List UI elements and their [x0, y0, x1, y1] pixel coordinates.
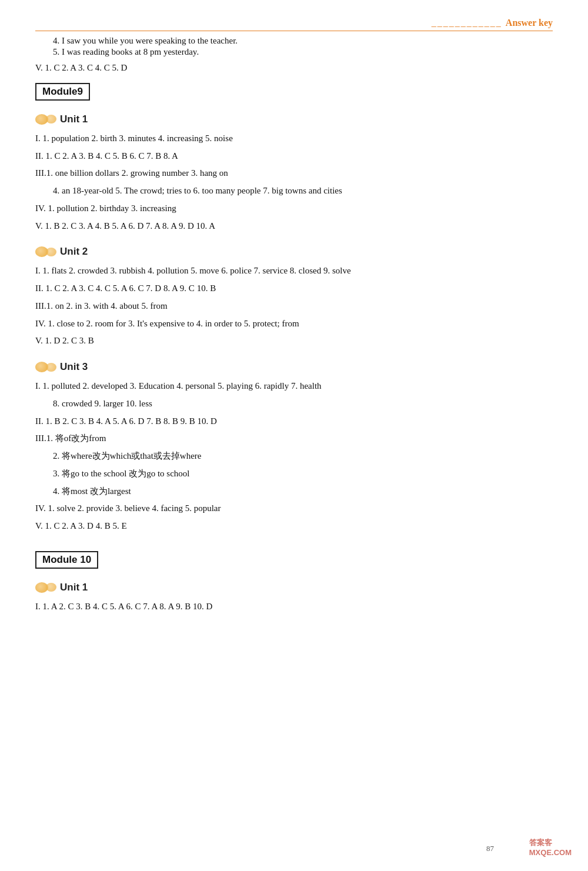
- unit1-I-text: I. 1. population 2. birth 3. minutes 4. …: [35, 134, 233, 143]
- unit2-I-text: I. 1. flats 2. crowded 3. rubbish 4. pol…: [35, 266, 351, 275]
- unit3-section-III-line4: 4. 将most 改为largest: [53, 484, 553, 499]
- unit2-icon: [35, 246, 56, 257]
- module9-unit1-block: Unit 1 I. 1. population 2. birth 3. minu…: [35, 114, 553, 233]
- module9-box: Module9: [35, 83, 90, 101]
- unit2-section-V: V. 1. D 2. C 3. B: [35, 333, 553, 348]
- module9-unit3-header: Unit 3: [35, 361, 553, 373]
- module9-unit1-title: Unit 1: [60, 114, 88, 125]
- unit1-III-line1-text: III.1. one billion dollars 2. growing nu…: [35, 168, 228, 178]
- unit1-section-IV: IV. 1. pollution 2. birthday 3. increasi…: [35, 201, 553, 216]
- unit2-III-text: III.1. on 2. in 3. with 4. about 5. from: [35, 301, 168, 311]
- unit3-section-V: V. 1. C 2. A 3. D 4. B 5. E: [35, 519, 553, 533]
- watermark-line2: MXQE.COM: [529, 848, 572, 857]
- watermark: 答案客 MXQE.COM: [524, 835, 576, 859]
- unit3-II-text: II. 1. B 2. C 3. B 4. A 5. A 6. D 7. B 8…: [35, 416, 217, 426]
- unit2-II-text: II. 1. C 2. A 3. C 4. C 5. A 6. C 7. D 8…: [35, 283, 216, 293]
- intro-line4: 4. I saw you while you were speaking to …: [53, 36, 553, 46]
- section-v-intro-text: V. 1. C 2. A 3. C 4. C 5. D: [35, 63, 127, 72]
- unit2-V-text: V. 1. D 2. C 3. B: [35, 336, 94, 345]
- module9-section: Module9 Unit 1 I. 1. population 2. birth…: [35, 78, 553, 533]
- unit3-section-I-line2: 8. crowded 9. larger 10. less: [53, 396, 553, 411]
- module9-unit1-header: Unit 1: [35, 114, 553, 125]
- unit2-section-III: III.1. on 2. in 3. with 4. about 5. from: [35, 299, 553, 313]
- module10-unit1-title: Unit 1: [60, 582, 88, 593]
- module10-unit1-section-I: I. 1. A 2. C 3. B 4. C 5. A 6. C 7. A 8.…: [35, 599, 553, 614]
- unit3-V-text: V. 1. C 2. A 3. D 4. B 5. E: [35, 521, 127, 530]
- module9-unit3-block: Unit 3 I. 1. polluted 2. developed 3. Ed…: [35, 361, 553, 533]
- module10-unit1-header: Unit 1: [35, 582, 553, 593]
- unit1-icon: [35, 114, 56, 125]
- unit2-section-IV: IV. 1. close to 2. room for 3. It's expe…: [35, 316, 553, 331]
- unit3-III-line3-text: 3. 将go to the school 改为go to school: [53, 469, 190, 478]
- unit1d-icon: [35, 582, 56, 593]
- unit3-I-line1-text: I. 1. polluted 2. developed 3. Education…: [35, 381, 322, 391]
- watermark-line1: 答案客: [529, 837, 572, 848]
- module9-unit2-title: Unit 2: [60, 246, 88, 258]
- unit1-section-II: II. 1. C 2. A 3. B 4. C 5. B 6. C 7. B 8…: [35, 149, 553, 163]
- unit3-IV-text: IV. 1. solve 2. provide 3. believe 4. fa…: [35, 503, 220, 513]
- unit2-section-I: I. 1. flats 2. crowded 3. rubbish 4. pol…: [35, 263, 553, 278]
- module9-unit2-header: Unit 2: [35, 246, 553, 258]
- unit1-IV-text: IV. 1. pollution 2. birthday 3. increasi…: [35, 203, 176, 213]
- module10-box: Module 10: [35, 551, 98, 569]
- unit1-II-text: II. 1. C 2. A 3. B 4. C 5. B 6. C 7. B 8…: [35, 151, 178, 161]
- intro-line5: 5. I was reading books at 8 pm yesterday…: [53, 47, 553, 57]
- unit3-III-line4-text: 4. 将most 改为largest: [53, 486, 131, 496]
- unit3-section-III-line1: III.1. 将of改为from: [35, 431, 553, 446]
- bubble2d: [46, 583, 56, 592]
- section-v-intro: V. 1. C 2. A 3. C 4. C 5. D: [35, 61, 553, 75]
- answer-key-header: Answer key: [35, 18, 553, 31]
- unit1-III-line2-text: 4. an 18-year-old 5. The crowd; tries to…: [53, 186, 342, 195]
- bubble2b: [46, 248, 56, 256]
- unit1-section-III-line2: 4. an 18-year-old 5. The crowd; tries to…: [53, 183, 553, 198]
- unit3-section-IV: IV. 1. solve 2. provide 3. believe 4. fa…: [35, 501, 553, 516]
- unit3-section-III-line2: 2. 将where改为which或that或去掉where: [53, 449, 553, 463]
- module10-unit1-I-text: I. 1. A 2. C 3. B 4. C 5. A 6. C 7. A 8.…: [35, 602, 212, 611]
- unit3-III-line2-text: 2. 将where改为which或that或去掉where: [53, 451, 201, 460]
- bubble2c: [46, 363, 56, 372]
- module10-section: Module 10 Unit 1 I. 1. A 2. C 3. B 4. C …: [35, 546, 553, 614]
- unit3-III-line1-text: III.1. 将of改为from: [35, 433, 106, 443]
- unit3-section-II: II. 1. B 2. C 3. B 4. A 5. A 6. D 7. B 8…: [35, 414, 553, 429]
- unit3-section-I-line1: I. 1. polluted 2. developed 3. Education…: [35, 379, 553, 393]
- unit3-I-line2-text: 8. crowded 9. larger 10. less: [53, 399, 152, 408]
- bubble2: [46, 115, 56, 124]
- unit3-section-III-line3: 3. 将go to the school 改为go to school: [53, 466, 553, 481]
- unit1-section-I: I. 1. population 2. birth 3. minutes 4. …: [35, 131, 553, 146]
- page-number: 87: [486, 844, 494, 853]
- unit1-section-V: V. 1. B 2. C 3. A 4. B 5. A 6. D 7. A 8.…: [35, 219, 553, 233]
- unit1-V-text: V. 1. B 2. C 3. A 4. B 5. A 6. D 7. A 8.…: [35, 221, 215, 231]
- unit2-section-II: II. 1. C 2. A 3. C 4. C 5. A 6. C 7. D 8…: [35, 281, 553, 296]
- module9-unit3-title: Unit 3: [60, 361, 88, 373]
- intro-lines: 4. I saw you while you were speaking to …: [53, 36, 553, 57]
- unit1-section-III-line1: III.1. one billion dollars 2. growing nu…: [35, 166, 553, 181]
- module9-unit2-block: Unit 2 I. 1. flats 2. crowded 3. rubbish…: [35, 246, 553, 348]
- unit3-icon: [35, 362, 56, 372]
- module10-unit1-block: Unit 1 I. 1. A 2. C 3. B 4. C 5. A 6. C …: [35, 582, 553, 614]
- unit2-IV-text: IV. 1. close to 2. room for 3. It's expe…: [35, 319, 299, 328]
